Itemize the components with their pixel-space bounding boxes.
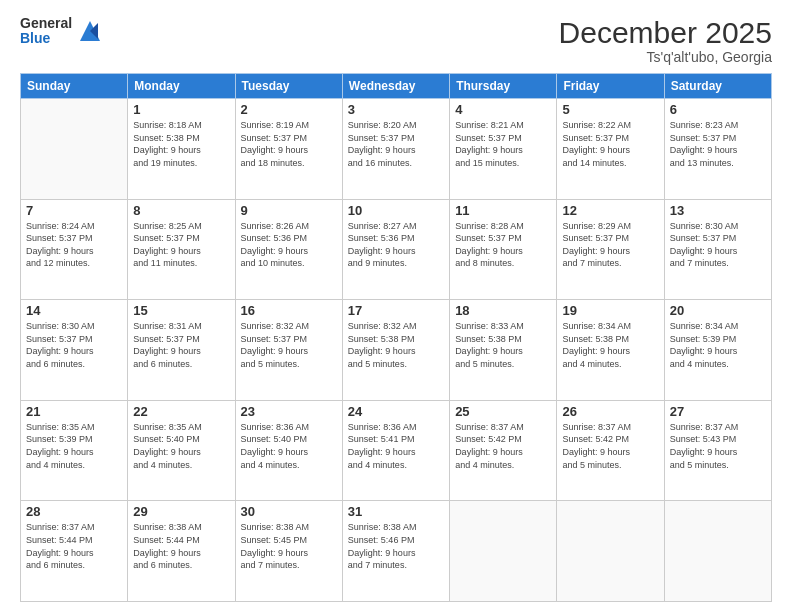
day-info: Sunrise: 8:24 AM Sunset: 5:37 PM Dayligh… bbox=[26, 220, 122, 270]
day-info: Sunrise: 8:34 AM Sunset: 5:38 PM Dayligh… bbox=[562, 320, 658, 370]
month-title: December 2025 bbox=[559, 16, 772, 49]
day-info: Sunrise: 8:32 AM Sunset: 5:37 PM Dayligh… bbox=[241, 320, 337, 370]
table-row: 15Sunrise: 8:31 AM Sunset: 5:37 PM Dayli… bbox=[128, 300, 235, 401]
day-info: Sunrise: 8:27 AM Sunset: 5:36 PM Dayligh… bbox=[348, 220, 444, 270]
table-row: 23Sunrise: 8:36 AM Sunset: 5:40 PM Dayli… bbox=[235, 400, 342, 501]
logo-icon bbox=[76, 17, 104, 45]
table-row: 11Sunrise: 8:28 AM Sunset: 5:37 PM Dayli… bbox=[450, 199, 557, 300]
day-info: Sunrise: 8:19 AM Sunset: 5:37 PM Dayligh… bbox=[241, 119, 337, 169]
header: General Blue December 2025 Ts'q'alt'ubo,… bbox=[20, 16, 772, 65]
table-row: 3Sunrise: 8:20 AM Sunset: 5:37 PM Daylig… bbox=[342, 99, 449, 200]
calendar-row: 21Sunrise: 8:35 AM Sunset: 5:39 PM Dayli… bbox=[21, 400, 772, 501]
table-row: 10Sunrise: 8:27 AM Sunset: 5:36 PM Dayli… bbox=[342, 199, 449, 300]
day-info: Sunrise: 8:36 AM Sunset: 5:40 PM Dayligh… bbox=[241, 421, 337, 471]
logo: General Blue bbox=[20, 16, 104, 47]
table-row: 18Sunrise: 8:33 AM Sunset: 5:38 PM Dayli… bbox=[450, 300, 557, 401]
day-number: 20 bbox=[670, 303, 766, 318]
table-row: 13Sunrise: 8:30 AM Sunset: 5:37 PM Dayli… bbox=[664, 199, 771, 300]
day-number: 18 bbox=[455, 303, 551, 318]
day-number: 26 bbox=[562, 404, 658, 419]
day-number: 24 bbox=[348, 404, 444, 419]
table-row: 20Sunrise: 8:34 AM Sunset: 5:39 PM Dayli… bbox=[664, 300, 771, 401]
calendar-header: Sunday Monday Tuesday Wednesday Thursday… bbox=[21, 74, 772, 99]
calendar-table: Sunday Monday Tuesday Wednesday Thursday… bbox=[20, 73, 772, 602]
day-number: 16 bbox=[241, 303, 337, 318]
col-monday: Monday bbox=[128, 74, 235, 99]
table-row: 8Sunrise: 8:25 AM Sunset: 5:37 PM Daylig… bbox=[128, 199, 235, 300]
day-info: Sunrise: 8:18 AM Sunset: 5:38 PM Dayligh… bbox=[133, 119, 229, 169]
day-number: 28 bbox=[26, 504, 122, 519]
day-info: Sunrise: 8:31 AM Sunset: 5:37 PM Dayligh… bbox=[133, 320, 229, 370]
day-number: 23 bbox=[241, 404, 337, 419]
day-number: 13 bbox=[670, 203, 766, 218]
table-row: 27Sunrise: 8:37 AM Sunset: 5:43 PM Dayli… bbox=[664, 400, 771, 501]
day-number: 4 bbox=[455, 102, 551, 117]
page: General Blue December 2025 Ts'q'alt'ubo,… bbox=[0, 0, 792, 612]
table-row: 7Sunrise: 8:24 AM Sunset: 5:37 PM Daylig… bbox=[21, 199, 128, 300]
col-saturday: Saturday bbox=[664, 74, 771, 99]
table-row: 25Sunrise: 8:37 AM Sunset: 5:42 PM Dayli… bbox=[450, 400, 557, 501]
day-info: Sunrise: 8:29 AM Sunset: 5:37 PM Dayligh… bbox=[562, 220, 658, 270]
table-row bbox=[557, 501, 664, 602]
table-row: 4Sunrise: 8:21 AM Sunset: 5:37 PM Daylig… bbox=[450, 99, 557, 200]
table-row: 12Sunrise: 8:29 AM Sunset: 5:37 PM Dayli… bbox=[557, 199, 664, 300]
day-number: 25 bbox=[455, 404, 551, 419]
day-number: 27 bbox=[670, 404, 766, 419]
day-info: Sunrise: 8:36 AM Sunset: 5:41 PM Dayligh… bbox=[348, 421, 444, 471]
day-info: Sunrise: 8:38 AM Sunset: 5:45 PM Dayligh… bbox=[241, 521, 337, 571]
day-info: Sunrise: 8:22 AM Sunset: 5:37 PM Dayligh… bbox=[562, 119, 658, 169]
day-number: 12 bbox=[562, 203, 658, 218]
table-row bbox=[21, 99, 128, 200]
day-info: Sunrise: 8:35 AM Sunset: 5:39 PM Dayligh… bbox=[26, 421, 122, 471]
day-number: 11 bbox=[455, 203, 551, 218]
day-info: Sunrise: 8:26 AM Sunset: 5:36 PM Dayligh… bbox=[241, 220, 337, 270]
table-row bbox=[664, 501, 771, 602]
header-row: Sunday Monday Tuesday Wednesday Thursday… bbox=[21, 74, 772, 99]
day-info: Sunrise: 8:23 AM Sunset: 5:37 PM Dayligh… bbox=[670, 119, 766, 169]
table-row: 22Sunrise: 8:35 AM Sunset: 5:40 PM Dayli… bbox=[128, 400, 235, 501]
table-row: 30Sunrise: 8:38 AM Sunset: 5:45 PM Dayli… bbox=[235, 501, 342, 602]
table-row: 2Sunrise: 8:19 AM Sunset: 5:37 PM Daylig… bbox=[235, 99, 342, 200]
day-info: Sunrise: 8:33 AM Sunset: 5:38 PM Dayligh… bbox=[455, 320, 551, 370]
day-info: Sunrise: 8:20 AM Sunset: 5:37 PM Dayligh… bbox=[348, 119, 444, 169]
table-row: 14Sunrise: 8:30 AM Sunset: 5:37 PM Dayli… bbox=[21, 300, 128, 401]
calendar-row: 28Sunrise: 8:37 AM Sunset: 5:44 PM Dayli… bbox=[21, 501, 772, 602]
day-number: 5 bbox=[562, 102, 658, 117]
day-number: 14 bbox=[26, 303, 122, 318]
day-number: 10 bbox=[348, 203, 444, 218]
day-number: 15 bbox=[133, 303, 229, 318]
col-tuesday: Tuesday bbox=[235, 74, 342, 99]
col-thursday: Thursday bbox=[450, 74, 557, 99]
day-number: 6 bbox=[670, 102, 766, 117]
day-number: 31 bbox=[348, 504, 444, 519]
day-info: Sunrise: 8:32 AM Sunset: 5:38 PM Dayligh… bbox=[348, 320, 444, 370]
day-number: 29 bbox=[133, 504, 229, 519]
day-info: Sunrise: 8:37 AM Sunset: 5:42 PM Dayligh… bbox=[455, 421, 551, 471]
day-number: 22 bbox=[133, 404, 229, 419]
col-friday: Friday bbox=[557, 74, 664, 99]
day-number: 9 bbox=[241, 203, 337, 218]
day-info: Sunrise: 8:30 AM Sunset: 5:37 PM Dayligh… bbox=[670, 220, 766, 270]
day-number: 30 bbox=[241, 504, 337, 519]
day-info: Sunrise: 8:34 AM Sunset: 5:39 PM Dayligh… bbox=[670, 320, 766, 370]
day-info: Sunrise: 8:38 AM Sunset: 5:44 PM Dayligh… bbox=[133, 521, 229, 571]
day-number: 8 bbox=[133, 203, 229, 218]
calendar-row: 1Sunrise: 8:18 AM Sunset: 5:38 PM Daylig… bbox=[21, 99, 772, 200]
table-row bbox=[450, 501, 557, 602]
calendar-row: 7Sunrise: 8:24 AM Sunset: 5:37 PM Daylig… bbox=[21, 199, 772, 300]
table-row: 29Sunrise: 8:38 AM Sunset: 5:44 PM Dayli… bbox=[128, 501, 235, 602]
logo-general-text: General bbox=[20, 16, 72, 31]
table-row: 24Sunrise: 8:36 AM Sunset: 5:41 PM Dayli… bbox=[342, 400, 449, 501]
logo-blue-text: Blue bbox=[20, 31, 72, 46]
day-info: Sunrise: 8:25 AM Sunset: 5:37 PM Dayligh… bbox=[133, 220, 229, 270]
location: Ts'q'alt'ubo, Georgia bbox=[559, 49, 772, 65]
day-number: 2 bbox=[241, 102, 337, 117]
table-row: 17Sunrise: 8:32 AM Sunset: 5:38 PM Dayli… bbox=[342, 300, 449, 401]
title-block: December 2025 Ts'q'alt'ubo, Georgia bbox=[559, 16, 772, 65]
day-number: 17 bbox=[348, 303, 444, 318]
day-number: 7 bbox=[26, 203, 122, 218]
day-number: 1 bbox=[133, 102, 229, 117]
table-row: 28Sunrise: 8:37 AM Sunset: 5:44 PM Dayli… bbox=[21, 501, 128, 602]
day-info: Sunrise: 8:37 AM Sunset: 5:42 PM Dayligh… bbox=[562, 421, 658, 471]
table-row: 16Sunrise: 8:32 AM Sunset: 5:37 PM Dayli… bbox=[235, 300, 342, 401]
